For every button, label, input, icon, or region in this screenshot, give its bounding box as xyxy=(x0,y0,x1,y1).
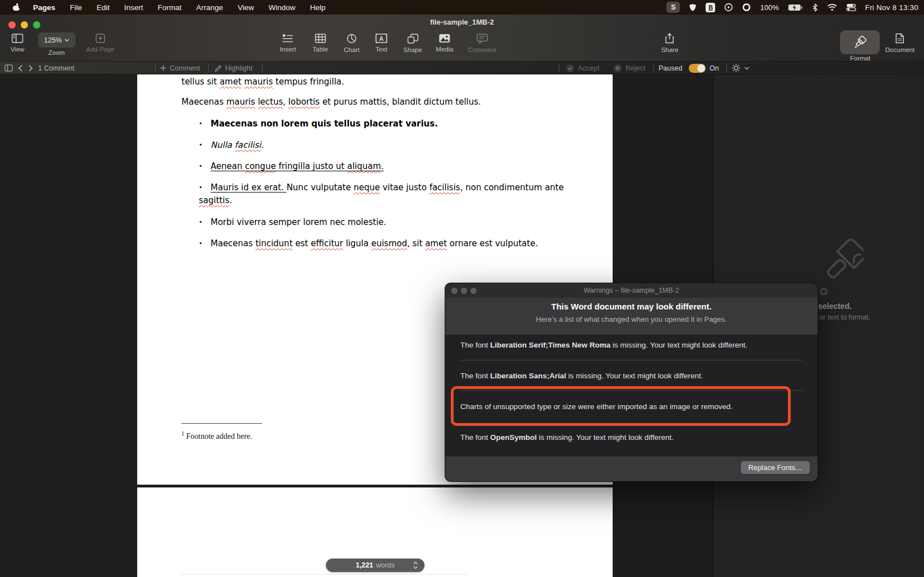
document-icon xyxy=(895,33,904,44)
chevron-down-icon xyxy=(64,39,69,42)
tracking-options-button[interactable] xyxy=(731,62,749,74)
chevron-right-icon xyxy=(29,65,33,72)
document-paragraph[interactable]: •Nulla facilisi. xyxy=(199,138,568,152)
zoom-dropdown[interactable]: 125% xyxy=(38,32,76,48)
dialog-close-button[interactable] xyxy=(451,288,458,294)
menu-item-arrange[interactable]: Arrange xyxy=(189,3,230,12)
text-run: tincidunt xyxy=(255,238,292,248)
dialog-subheading: Here’s a list of what changed when you o… xyxy=(445,315,818,323)
insert-icon xyxy=(282,34,293,43)
comment-count[interactable]: 1 Comment xyxy=(38,62,74,74)
wifi-icon[interactable] xyxy=(827,3,837,11)
text-run: congue xyxy=(245,161,276,171)
warning-item-4: The font OpenSymbol is missing. Your tex… xyxy=(460,431,802,443)
document-paragraph[interactable]: •Maecenas non lorem quis tellus placerat… xyxy=(199,117,568,130)
text-run: is missing. Your text might look differe… xyxy=(566,372,703,380)
footnote-separator xyxy=(181,423,262,424)
document-paragraph[interactable]: tellus sit amet mauris tempus fringilla. xyxy=(181,76,568,88)
apple-menu[interactable] xyxy=(0,3,26,12)
comments-sidebar-toggle[interactable] xyxy=(4,62,13,74)
menu-item-format[interactable]: Format xyxy=(151,3,189,12)
text-run: Morbi viverra semper lorem nec molestie. xyxy=(211,217,386,227)
format-button-selected[interactable] xyxy=(840,30,880,54)
apple-icon xyxy=(12,3,20,12)
pages-window: file-sample_1MB-2 View 125% Zoom xyxy=(0,15,924,577)
battery-charging-icon[interactable] xyxy=(788,4,803,11)
replace-fonts-button[interactable]: Replace Fonts… xyxy=(741,461,810,474)
text-run: congue xyxy=(245,161,276,171)
stepper-icon[interactable] xyxy=(413,561,418,570)
divider xyxy=(262,64,263,72)
gear-icon xyxy=(731,63,741,73)
warnings-dialog: Warnings – file-sample_1MB-2 This Word d… xyxy=(445,283,818,481)
text-run: . xyxy=(229,195,232,205)
text-run: vitae justo xyxy=(380,182,429,193)
bluetooth-icon[interactable] xyxy=(812,3,818,12)
app-menus: PagesFileEditInsertFormatArrangeViewWind… xyxy=(26,3,333,12)
menu-item-window[interactable]: Window xyxy=(261,3,302,12)
divider xyxy=(654,64,654,72)
tracking-toggle[interactable] xyxy=(689,62,706,74)
dialog-titlebar[interactable]: Warnings – file-sample_1MB-2 xyxy=(445,283,818,298)
menu-item-file[interactable]: File xyxy=(63,3,90,12)
battery-percent[interactable]: 100% xyxy=(760,3,778,12)
warnings-list: The font Liberation Serif;Times New Roma… xyxy=(445,335,818,456)
menu-item-edit[interactable]: Edit xyxy=(90,3,117,12)
shield-icon[interactable] xyxy=(689,3,697,12)
insert-button[interactable]: Insert xyxy=(280,34,296,53)
dialog-zoom-button[interactable] xyxy=(470,288,477,294)
view-button[interactable]: View xyxy=(11,34,25,53)
share-button[interactable]: Share xyxy=(661,33,679,53)
previous-comment-button[interactable] xyxy=(18,62,22,74)
screen-recorder-menu-icon[interactable]: S xyxy=(666,2,680,13)
menu-item-help[interactable]: Help xyxy=(302,3,333,12)
add-page-button[interactable]: Add Page xyxy=(86,34,115,53)
menu-item-view[interactable]: View xyxy=(230,3,261,12)
ring-menu-icon[interactable] xyxy=(742,3,751,12)
text-run: Liberation Serif;Times New Roma xyxy=(490,341,610,349)
document-paragraph[interactable]: Maecenas mauris lectus, lobortis et puru… xyxy=(181,96,568,109)
media-button[interactable]: Media xyxy=(436,34,453,53)
text-run: est xyxy=(293,238,311,248)
text-run: . xyxy=(381,161,384,171)
zoom-value: 125% xyxy=(44,36,62,44)
document-paragraph[interactable]: •Mauris id ex erat. Nunc vulputate neque… xyxy=(199,181,568,207)
play-circle-icon[interactable] xyxy=(724,3,733,12)
toggle-state-label: On xyxy=(710,62,719,74)
highlight-button[interactable]: Highlight xyxy=(214,62,253,74)
divider xyxy=(726,64,727,72)
window-title: file-sample_1MB-2 xyxy=(0,18,924,26)
document-button[interactable]: Document xyxy=(885,33,914,53)
accept-change-button[interactable]: Accept xyxy=(566,62,599,74)
document-paragraph[interactable]: •Morbi viverra semper lorem nec molestie… xyxy=(199,215,568,229)
footnote-text: Footnote added here. xyxy=(184,432,252,440)
share-icon xyxy=(665,33,674,44)
menu-item-pages[interactable]: Pages xyxy=(26,3,63,12)
document-paragraph[interactable]: •Maecenas tincidunt est efficitur ligula… xyxy=(199,237,568,250)
control-center-icon[interactable] xyxy=(846,3,856,11)
next-comment-button[interactable] xyxy=(29,62,33,74)
footnote[interactable]: 1 Footnote added here. xyxy=(181,430,252,441)
screen: { "menu_bar": { "items": ["Pages","File"… xyxy=(0,0,924,577)
dialog-header: This Word document may look different. H… xyxy=(445,298,818,335)
text-run: , sit xyxy=(407,238,425,248)
shape-button[interactable]: Shape xyxy=(403,34,422,53)
text-run: tempus fringilla. xyxy=(273,77,344,87)
table-button[interactable]: Table xyxy=(312,34,328,53)
menu-clock[interactable]: Fri Nov 8 13:30 xyxy=(865,3,918,12)
comment-button[interactable]: Comment xyxy=(468,34,496,53)
text-run: Nunc vulputate xyxy=(287,182,354,193)
text-button[interactable]: A Text xyxy=(375,34,388,53)
text-run: aliquam xyxy=(347,161,381,171)
chart-button[interactable]: Chart xyxy=(344,34,360,53)
word-count-pill[interactable]: 1,221 words xyxy=(326,559,424,572)
document-paragraph[interactable]: •Aenean congue fringilla justo ut aliqua… xyxy=(199,160,568,173)
bear-app-menu-icon[interactable]: B xyxy=(706,3,715,12)
menu-item-insert[interactable]: Insert xyxy=(117,3,151,12)
text-run: Maecenas non lorem quis tellus placerat … xyxy=(211,119,438,129)
text-run: ligula xyxy=(343,238,371,248)
dialog-minimize-button[interactable] xyxy=(461,288,467,294)
bullet-glyph: • xyxy=(199,181,211,194)
reject-change-button[interactable]: Reject xyxy=(613,62,645,74)
add-comment-button[interactable]: Comment xyxy=(160,62,200,74)
